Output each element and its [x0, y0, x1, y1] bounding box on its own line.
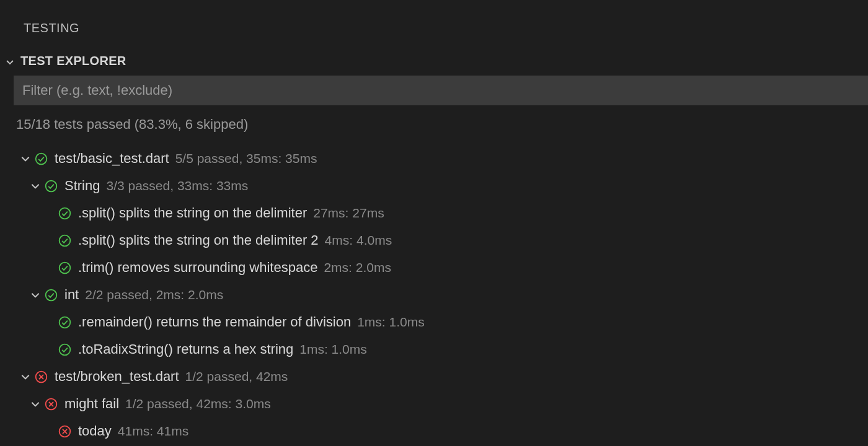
test-label: .toRadixString() returns a hex string: [78, 341, 293, 357]
test-tree-row[interactable]: today41ms: 41ms: [0, 418, 868, 445]
test-tree-row[interactable]: .remainder() returns the remainder of di…: [0, 308, 868, 336]
test-label: might fail: [64, 396, 119, 412]
test-label: String: [64, 178, 100, 194]
test-tree-row[interactable]: .trim() removes surrounding whitespace2m…: [0, 254, 868, 281]
test-meta: 1ms: 1.0ms: [357, 315, 425, 330]
svg-point-5: [45, 289, 56, 300]
status-pass-icon: [56, 343, 73, 357]
test-label: .trim() removes surrounding whitespace: [78, 260, 317, 276]
test-meta: 27ms: 27ms: [313, 206, 384, 221]
test-meta: 41ms: 41ms: [118, 424, 188, 439]
filter-input[interactable]: [14, 76, 868, 105]
status-pass-icon: [32, 152, 50, 166]
svg-point-4: [59, 262, 70, 273]
test-meta: 4ms: 4.0ms: [325, 233, 392, 248]
test-meta: 5/5 passed, 35ms: 35ms: [175, 151, 317, 166]
test-tree-row[interactable]: test/broken_test.dart1/2 passed, 42ms: [0, 363, 868, 390]
status-fail-icon: [42, 397, 60, 411]
status-pass-icon: [56, 234, 73, 248]
section-header[interactable]: TEST EXPLORER: [0, 50, 868, 76]
chevron-down-icon[interactable]: [29, 398, 42, 409]
chevron-down-icon[interactable]: [29, 180, 42, 191]
test-label: int: [64, 287, 79, 303]
test-tree-row[interactable]: .toRadixString() returns a hex string1ms…: [0, 336, 868, 363]
svg-point-1: [45, 180, 56, 191]
status-pass-icon: [42, 179, 60, 193]
test-meta: 1/2 passed, 42ms: 3.0ms: [125, 396, 271, 411]
test-tree-row[interactable]: test/basic_test.dart5/5 passed, 35ms: 35…: [0, 145, 868, 172]
test-meta: 2ms: 2.0ms: [324, 260, 391, 275]
test-tree-row[interactable]: String3/3 passed, 33ms: 33ms: [0, 172, 868, 199]
status-pass-icon: [56, 261, 73, 275]
status-pass-icon: [56, 206, 73, 221]
test-summary: 15/18 tests passed (83.3%, 6 skipped): [0, 105, 868, 141]
filter-container: [0, 76, 868, 105]
test-tree-row[interactable]: .split() splits the string on the delimi…: [0, 199, 868, 227]
test-label: test/broken_test.dart: [55, 369, 179, 385]
status-fail-icon: [56, 424, 73, 439]
chevron-down-icon: [5, 57, 15, 67]
test-meta: 1ms: 1.0ms: [299, 342, 367, 357]
test-label: .split() splits the string on the delimi…: [78, 205, 307, 221]
chevron-down-icon[interactable]: [29, 289, 42, 300]
test-meta: 1/2 passed, 42ms: [185, 369, 288, 384]
test-label: .remainder() returns the remainder of di…: [78, 314, 351, 330]
svg-point-2: [59, 208, 70, 219]
test-tree: test/basic_test.dart5/5 passed, 35ms: 35…: [0, 141, 868, 445]
test-meta: 3/3 passed, 33ms: 33ms: [106, 178, 248, 193]
test-label: .split() splits the string on the delimi…: [78, 232, 319, 248]
section-title: TEST EXPLORER: [20, 54, 126, 68]
panel-title: TESTING: [0, 0, 868, 50]
svg-point-6: [59, 317, 70, 328]
svg-point-7: [59, 344, 70, 355]
test-tree-row[interactable]: .split() splits the string on the delimi…: [0, 227, 868, 254]
test-meta: 2/2 passed, 2ms: 2.0ms: [85, 287, 223, 302]
svg-point-3: [59, 235, 70, 246]
status-pass-icon: [56, 315, 73, 330]
test-label: today: [78, 423, 112, 439]
test-tree-row[interactable]: might fail1/2 passed, 42ms: 3.0ms: [0, 390, 868, 418]
test-label: test/basic_test.dart: [55, 151, 169, 167]
svg-point-0: [35, 153, 46, 164]
chevron-down-icon[interactable]: [19, 371, 32, 382]
test-tree-row[interactable]: int2/2 passed, 2ms: 2.0ms: [0, 281, 868, 308]
status-fail-icon: [32, 370, 50, 384]
status-pass-icon: [42, 288, 60, 302]
chevron-down-icon[interactable]: [19, 153, 32, 164]
